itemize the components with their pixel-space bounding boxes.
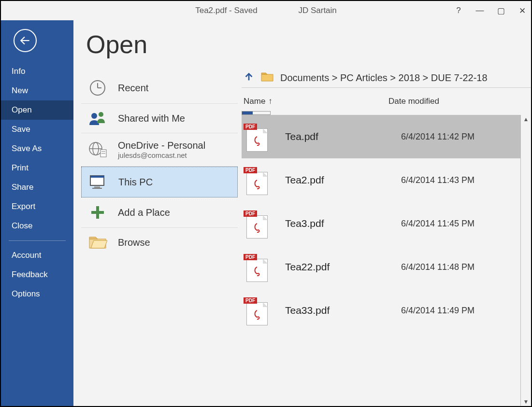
shared-icon [87, 111, 108, 126]
recent-icon [87, 79, 108, 97]
onedrive-icon [87, 141, 108, 158]
place-label: OneDrive - Personal [118, 140, 205, 151]
scrollbar[interactable]: ▲ ▼ [520, 115, 531, 406]
nav-item-info[interactable]: Info [1, 62, 73, 81]
file-date: 6/4/2014 11:49 PM [401, 306, 520, 316]
file-date: 6/4/2014 11:45 PM [401, 219, 520, 229]
file-row[interactable]: PDFTea2.pdf6/4/2014 11:43 PM [242, 158, 520, 202]
places-panel: Open RecentShared with MeOneDrive - Pers… [73, 20, 238, 406]
svg-rect-14 [94, 186, 100, 188]
file-date: 6/4/2014 11:42 PM [401, 132, 520, 142]
place-label: Shared with Me [118, 113, 185, 124]
place-sublabel: julesds@comcast.net [118, 151, 205, 159]
nav-item-feedback[interactable]: Feedback [1, 265, 73, 284]
nav-item-close[interactable]: Close [1, 216, 73, 236]
file-row[interactable]: PDFTea3.pdf6/4/2014 11:45 PM [242, 202, 520, 245]
window-controls: ? — ▢ ✕ [454, 6, 527, 16]
file-browser: Documents > PC Articles > 2018 > DUE 7-2… [238, 20, 531, 406]
up-arrow-icon[interactable] [244, 71, 254, 84]
titlebar-center: Tea2.pdf - Saved JD Sartain [1, 6, 531, 15]
file-date: 6/4/2014 11:43 PM [401, 175, 520, 185]
nav-item-share[interactable]: Share [1, 178, 73, 197]
file-row[interactable]: PDFTea33.pdf6/4/2014 11:49 PM [242, 289, 520, 332]
file-date: 6/4/2014 11:48 PM [401, 262, 520, 272]
close-button[interactable]: ✕ [518, 6, 527, 16]
breadcrumb: Documents > PC Articles > 2018 > DUE 7-2… [242, 69, 531, 88]
sidebar-separator [9, 240, 66, 241]
breadcrumb-path[interactable]: Documents > PC Articles > 2018 > DUE 7-2… [280, 72, 488, 84]
folder-icon [261, 71, 273, 84]
place-label: Recent [118, 83, 148, 94]
pdf-file-icon: PDF [244, 122, 269, 152]
column-headers: Name ↑ Date modified [242, 97, 531, 109]
nav-item-account[interactable]: Account [1, 246, 73, 265]
nav-item-options[interactable]: Options [1, 284, 73, 304]
pdf-file-icon: PDF [244, 295, 269, 325]
page-title: Open [86, 30, 238, 59]
place-onedrive[interactable]: OneDrive - Personaljulesds@comcast.net [81, 133, 238, 167]
nav-item-new[interactable]: New [1, 81, 73, 100]
scroll-down-icon[interactable]: ▼ [523, 398, 529, 405]
titlebar: Tea2.pdf - Saved JD Sartain ? — ▢ ✕ [1, 1, 531, 20]
back-button[interactable] [14, 29, 37, 52]
help-button[interactable]: ? [454, 6, 463, 15]
backstage-sidebar: InfoNewOpenSaveSave AsPrintShareExportCl… [1, 20, 73, 406]
browse-icon [87, 235, 108, 250]
pdf-file-icon: PDF [244, 165, 269, 195]
nav-item-print[interactable]: Print [1, 158, 73, 178]
main-panel: Open RecentShared with MeOneDrive - Pers… [73, 20, 531, 406]
column-date-label[interactable]: Date modified [388, 97, 439, 106]
maximize-button[interactable]: ▢ [496, 6, 506, 16]
file-list: PDFTea.pdf6/4/2014 11:42 PMPDFTea2.pdf6/… [242, 115, 520, 406]
word-backstage-window: Tea2.pdf - Saved JD Sartain ? — ▢ ✕ Info… [0, 0, 532, 407]
place-thispc[interactable]: This PC [81, 167, 238, 197]
column-name-label[interactable]: Name [244, 97, 265, 106]
document-title: Tea2.pdf - Saved [195, 6, 258, 15]
svg-point-4 [91, 113, 97, 119]
nav-item-save[interactable]: Save [1, 120, 73, 139]
file-row[interactable]: PDFTea.pdf6/4/2014 11:42 PM [242, 115, 520, 158]
place-browse[interactable]: Browse [81, 228, 238, 257]
place-shared[interactable]: Shared with Me [81, 104, 238, 133]
svg-point-5 [99, 112, 103, 117]
sort-asc-icon[interactable]: ↑ [268, 97, 273, 106]
svg-rect-17 [91, 211, 104, 214]
nav-item-export[interactable]: Export [1, 197, 73, 216]
scroll-up-icon[interactable]: ▲ [523, 116, 529, 123]
file-name: Tea2.pdf [285, 174, 401, 186]
nav-item-open[interactable]: Open [1, 100, 73, 120]
file-name: Tea3.pdf [285, 218, 401, 229]
user-name: JD Sartain [298, 6, 336, 15]
name-column-width-indicator [242, 111, 271, 115]
place-recent[interactable]: Recent [81, 72, 238, 104]
thispc-icon [87, 174, 109, 190]
svg-rect-15 [92, 188, 102, 189]
pdf-file-icon: PDF [244, 209, 269, 239]
file-name: Tea.pdf [285, 131, 401, 142]
nav-item-save-as[interactable]: Save As [1, 139, 73, 158]
file-name: Tea33.pdf [285, 305, 401, 316]
svg-rect-13 [90, 176, 104, 178]
addplace-icon [87, 204, 108, 221]
file-row[interactable]: PDFTea22.pdf6/4/2014 11:48 PM [242, 245, 520, 289]
place-label: This PC [118, 177, 153, 188]
minimize-button[interactable]: — [475, 6, 485, 15]
pdf-file-icon: PDF [244, 252, 269, 282]
place-label: Add a Place [118, 207, 170, 218]
file-name: Tea22.pdf [285, 261, 401, 273]
place-addplace[interactable]: Add a Place [81, 197, 238, 228]
place-label: Browse [118, 237, 150, 248]
